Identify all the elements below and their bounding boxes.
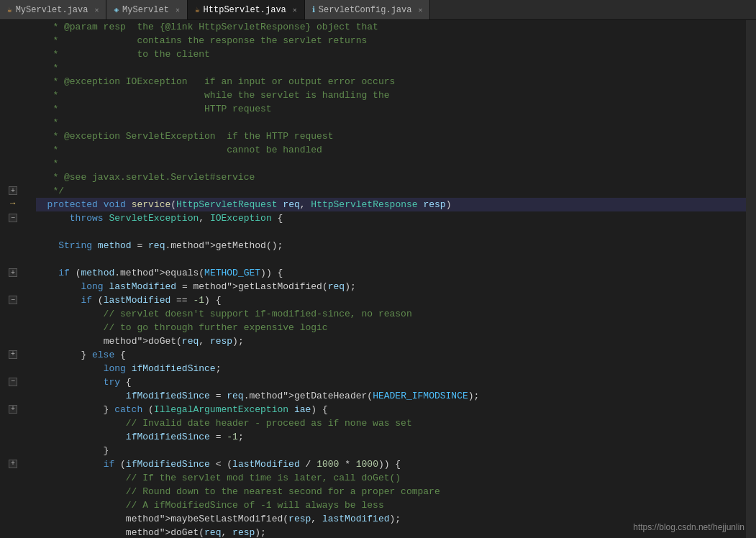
code-line: * contains the response the servlet retu… xyxy=(36,34,746,47)
line-number xyxy=(19,238,24,252)
line-number xyxy=(19,388,24,402)
line-number-gutter: +→−+−+−++ xyxy=(0,20,30,538)
tab-myservlet-java[interactable]: ☕ MyServlet.java ✕ xyxy=(0,0,106,19)
line-number xyxy=(19,334,24,347)
code-line: * xyxy=(36,157,746,170)
line-number xyxy=(19,129,24,143)
line-number: − xyxy=(19,293,24,306)
line-number xyxy=(19,320,24,334)
line-number xyxy=(19,279,24,293)
tab-close-btn[interactable]: ✕ xyxy=(176,6,180,14)
line-number: + xyxy=(19,457,24,470)
interface-icon: ℹ xyxy=(312,5,315,14)
line-number xyxy=(19,88,24,102)
code-line: if (ifModifiedSince < (lastModified / 10… xyxy=(36,457,746,471)
line-number xyxy=(19,443,24,457)
line-number xyxy=(19,511,24,524)
tab-bar: ☕ MyServlet.java ✕ ◈ MyServlet ✕ ☕ HttpS… xyxy=(0,0,756,20)
line-number xyxy=(19,524,24,538)
line-number xyxy=(19,361,24,375)
fold-marker[interactable]: + xyxy=(9,186,17,195)
fold-marker[interactable]: − xyxy=(9,214,17,222)
code-line: // servlet doesn't support if-modified-s… xyxy=(36,307,746,321)
code-line: * cannot be handled xyxy=(36,143,746,157)
code-area[interactable]: * @param resp the {@link HttpServletResp… xyxy=(30,20,746,538)
editor-area: +→−+−+−++ * @param resp the {@link HttpS… xyxy=(0,20,756,538)
line-number xyxy=(19,224,24,238)
code-line: ifModifiedSince = -1; xyxy=(36,430,746,444)
fold-marker[interactable]: + xyxy=(9,460,17,468)
tab-httpservlet-java[interactable]: ☕ HttpServlet.java ✕ xyxy=(188,0,305,19)
line-number xyxy=(19,252,24,265)
code-line: long lastModified = method">getLastModif… xyxy=(36,280,746,293)
tab-label: HttpServlet.java xyxy=(204,5,286,15)
code-line: protected void service(HttpServletReques… xyxy=(36,198,746,211)
line-number xyxy=(19,497,24,511)
java-file-icon: ☕ xyxy=(195,5,200,14)
line-number xyxy=(19,483,24,497)
code-line xyxy=(36,225,746,239)
code-line: * @param resp the {@link HttpServletResp… xyxy=(36,20,746,34)
code-line: * xyxy=(36,61,746,75)
code-line: try { xyxy=(36,375,746,389)
servlet-icon: ◈ xyxy=(114,5,119,14)
code-line: throws ServletException, IOException { xyxy=(36,211,746,225)
code-line: // If the servlet mod time is later, cal… xyxy=(36,471,746,485)
line-number: + xyxy=(19,347,24,361)
line-number xyxy=(19,61,24,75)
code-line: * @exception ServletException if the HTT… xyxy=(36,129,746,143)
line-number: → xyxy=(19,197,24,211)
code-line: if (lastModified == -1) { xyxy=(36,293,746,307)
code-line: * HTTP request xyxy=(36,102,746,116)
code-line: */ xyxy=(36,184,746,198)
fold-marker[interactable]: + xyxy=(9,405,17,414)
code-line: method">doGet(req, resp); xyxy=(36,334,746,348)
line-number: − xyxy=(19,211,24,224)
line-number xyxy=(19,306,24,320)
code-line: ifModifiedSince = req.method">getDateHea… xyxy=(36,389,746,403)
code-line: // to go through further expensive logic xyxy=(36,321,746,334)
tab-myservlet[interactable]: ◈ MyServlet ✕ xyxy=(106,0,187,19)
line-number xyxy=(19,143,24,157)
tab-label: ServletConfig.java xyxy=(319,5,412,15)
line-number xyxy=(19,157,24,170)
code-line: } xyxy=(36,444,746,457)
code-line: * @exception IOException if an input or … xyxy=(36,75,746,88)
line-number: + xyxy=(19,265,24,279)
code-line: if (method.method">equals(METHOD_GET)) { xyxy=(36,266,746,280)
url-bar: https://blog.csdn.net/hejjunlin xyxy=(633,522,744,532)
tab-servletconfig-java[interactable]: ℹ ServletConfig.java ✕ xyxy=(305,0,431,19)
fold-marker[interactable]: + xyxy=(9,350,17,359)
fold-marker[interactable]: + xyxy=(9,268,17,277)
code-line: // Invalid date header - proceed as if n… xyxy=(36,416,746,430)
line-number xyxy=(19,75,24,88)
code-line: // Round down to the nearest second for … xyxy=(36,485,746,498)
tab-label: MyServlet xyxy=(122,5,169,15)
fold-marker[interactable]: − xyxy=(9,296,17,304)
line-number xyxy=(19,170,24,183)
line-number xyxy=(19,47,24,61)
code-line: } catch (IllegalArgumentException iae) { xyxy=(36,403,746,416)
line-number xyxy=(19,416,24,429)
line-number: − xyxy=(19,375,24,388)
fold-marker[interactable]: − xyxy=(9,378,17,386)
line-number xyxy=(19,34,24,47)
code-line: String method = req.method">getMethod(); xyxy=(36,239,746,252)
tab-close-btn[interactable]: ✕ xyxy=(94,6,99,14)
code-line: } else { xyxy=(36,348,746,362)
code-line: // A ifModifiedSince of -1 will always b… xyxy=(36,498,746,512)
line-number: + xyxy=(19,402,24,416)
code-line: * while the servlet is handling the xyxy=(36,88,746,102)
line-number xyxy=(19,429,24,443)
code-line: * xyxy=(36,116,746,129)
code-line: * @see javax.servlet.Servlet#service xyxy=(36,170,746,184)
code-line: long ifModifiedSince; xyxy=(36,362,746,375)
line-number xyxy=(19,116,24,129)
line-number xyxy=(19,20,24,34)
code-line: * to the client xyxy=(36,47,746,61)
tab-close-btn[interactable]: ✕ xyxy=(293,6,297,14)
scrollbar-gutter[interactable] xyxy=(746,20,756,538)
code-line xyxy=(36,252,746,266)
line-number xyxy=(19,102,24,116)
tab-close-btn[interactable]: ✕ xyxy=(418,6,422,14)
